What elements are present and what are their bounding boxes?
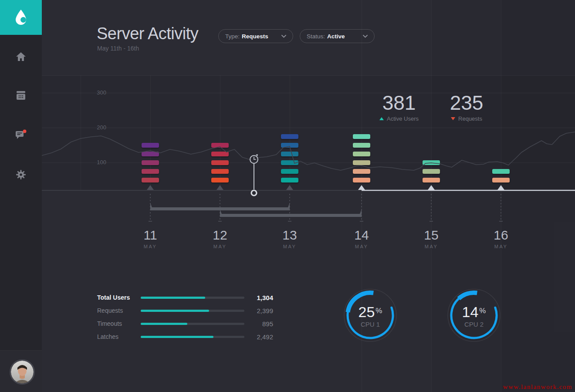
date-label-15[interactable]: 15MAY <box>414 228 449 249</box>
activity-bar <box>142 178 159 182</box>
sidebar-item-settings[interactable] <box>0 164 42 185</box>
activity-bar <box>281 160 298 165</box>
stat-label: Active Users <box>387 115 419 122</box>
date-month: MAY <box>133 244 168 249</box>
y-tick-300: 300 <box>89 89 106 96</box>
gridline-200 <box>42 128 575 128</box>
date-number: 11 <box>133 228 168 242</box>
date-label-16[interactable]: 16MAY <box>484 228 518 249</box>
chevron-down-icon <box>363 35 368 38</box>
filter-value: Active <box>327 33 345 40</box>
stat-label: Requests <box>458 115 482 122</box>
date-month: MAY <box>344 244 379 249</box>
activity-bar <box>492 178 510 182</box>
gridline-vertical <box>362 0 362 392</box>
metric-row-timeouts: Timeouts895 <box>97 317 273 330</box>
app-logo[interactable] <box>0 0 42 35</box>
date-label-14[interactable]: 14MAY <box>344 228 379 249</box>
type-filter-dropdown[interactable]: Type: Requests <box>218 29 293 43</box>
date-month: MAY <box>203 244 237 249</box>
sidebar <box>0 0 42 392</box>
user-photo <box>11 361 34 383</box>
gauge-label: CPU 2 <box>439 321 509 328</box>
metric-value: 2,399 <box>250 307 273 314</box>
gauge-readout-cpu-1: 25%CPU 1 <box>335 304 405 328</box>
date-marker[interactable] <box>147 185 154 190</box>
date-number: 16 <box>484 228 518 242</box>
activity-bar <box>211 152 229 156</box>
sidebar-item-home[interactable] <box>0 46 42 67</box>
background-band <box>501 0 575 392</box>
gridline-vertical <box>81 75 81 190</box>
time-scrubber[interactable] <box>250 154 258 196</box>
messages-icon <box>15 129 27 140</box>
gauge-readout-cpu-2: 14%CPU 2 <box>439 304 509 328</box>
date-marker[interactable] <box>216 185 223 190</box>
date-marker[interactable] <box>428 185 435 190</box>
y-tick-200: 200 <box>89 124 106 131</box>
metrics-list: Total Users1,304Requests2,399Timeouts895… <box>97 291 273 343</box>
metric-row-total-users: Total Users1,304 <box>97 291 273 304</box>
background-band <box>362 0 575 392</box>
metric-progress-fill <box>141 336 213 338</box>
activity-bar <box>353 160 370 165</box>
date-month: MAY <box>414 244 449 249</box>
metric-label: Requests <box>97 307 141 314</box>
activity-bar <box>142 160 159 165</box>
gauge-percent: 25% <box>335 304 405 319</box>
activity-bar <box>353 152 370 156</box>
metric-value: 895 <box>250 320 273 328</box>
gauge-percent: 14% <box>439 304 509 319</box>
date-number: 13 <box>272 228 307 242</box>
gridline-vertical <box>431 0 432 392</box>
activity-bar <box>281 134 298 139</box>
metric-row-latches: Latches2,492 <box>97 330 273 343</box>
filter-label: Type: <box>225 33 240 40</box>
gridline-100 <box>42 162 575 163</box>
date-range: May 11th - 16th <box>97 45 139 52</box>
range-selection-handle[interactable] <box>220 210 362 217</box>
home-icon <box>16 52 26 61</box>
activity-bar <box>211 160 229 165</box>
date-marker[interactable] <box>286 185 293 190</box>
date-label-12[interactable]: 12MAY <box>203 228 237 249</box>
metric-progress-fill <box>141 297 205 299</box>
date-month: MAY <box>484 244 518 249</box>
activity-bar <box>281 169 298 174</box>
activity-bar <box>142 152 159 156</box>
trend-down-icon <box>451 117 455 120</box>
metric-label: Total Users <box>97 294 141 301</box>
sidebar-item-messages[interactable] <box>0 124 42 145</box>
y-tick-100: 100 <box>89 159 106 166</box>
sidebar-item-calendar[interactable] <box>0 85 42 106</box>
activity-bar <box>353 178 370 182</box>
metric-label: Timeouts <box>97 320 141 327</box>
gridline-chart-top <box>42 75 575 76</box>
gauge-unit: % <box>479 307 486 315</box>
droplet-icon <box>12 8 30 27</box>
chevron-down-icon <box>281 35 286 38</box>
metric-label: Latches <box>97 333 141 340</box>
date-label-11[interactable]: 11MAY <box>133 228 168 249</box>
date-marker[interactable] <box>497 185 504 190</box>
metric-value: 1,304 <box>250 294 273 301</box>
activity-bar <box>281 143 298 148</box>
filter-label: Status: <box>307 33 325 40</box>
gauge-progress-arc <box>459 293 477 299</box>
date-label-13[interactable]: 13MAY <box>272 228 307 249</box>
user-avatar[interactable] <box>10 359 35 385</box>
status-filter-dropdown[interactable]: Status: Active <box>300 29 375 43</box>
metric-progress-track <box>141 310 244 312</box>
filter-value: Requests <box>242 33 268 40</box>
background-band <box>362 0 431 392</box>
scrubber-handle[interactable] <box>251 190 257 196</box>
range-selection-handle[interactable] <box>150 203 290 210</box>
activity-bar <box>211 143 229 148</box>
calendar-icon <box>16 91 26 100</box>
date-marker[interactable] <box>358 185 365 190</box>
date-number: 12 <box>203 228 237 242</box>
watermark: www.lanlanwork.com <box>503 383 572 391</box>
stat-active-users: 381 Active Users <box>362 92 436 122</box>
activity-bar <box>353 134 370 139</box>
activity-bar <box>211 178 229 182</box>
